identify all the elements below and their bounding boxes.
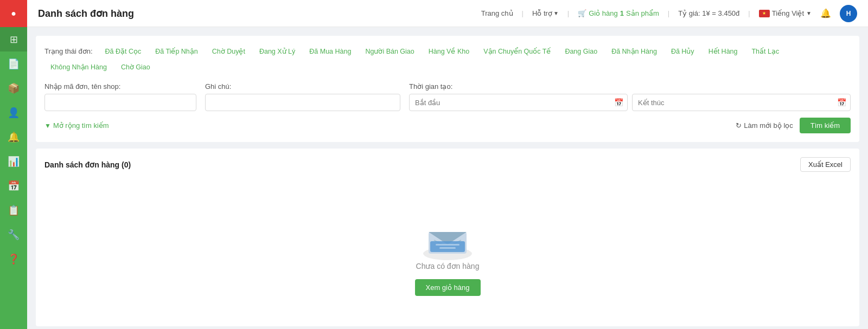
date-inputs: 📅 📅	[409, 94, 851, 111]
sidebar-item-settings[interactable]: 🔧	[0, 222, 27, 247]
sidebar-item-users[interactable]: 👤	[0, 100, 27, 125]
products-icon: 📦	[8, 82, 20, 94]
status-tab-dang-giao[interactable]: Đang Giao	[559, 45, 603, 58]
date-field-group: Thời gian tạo: 📅 📅	[409, 82, 851, 111]
calendar-icon: 📅	[8, 180, 20, 192]
sidebar-item-clipboard[interactable]: 📋	[0, 198, 27, 222]
reports-icon: 📊	[8, 156, 20, 167]
divider-3: |	[668, 9, 669, 17]
sidebar-item-products[interactable]: 📦	[0, 76, 27, 100]
date-label: Thời gian tạo:	[409, 82, 851, 91]
order-list-card: Danh sách đơn hàng (0) Xuất Excel	[36, 149, 859, 326]
status-label: Trạng thái đơn:	[44, 47, 93, 55]
svg-rect-5	[430, 241, 465, 252]
cart-info[interactable]: 🛒 Giỏ hàng 1 Sản phẩm	[578, 9, 659, 17]
header-right: Trang chủ | Hỗ trợ ▼ | 🛒 Giỏ hàng 1 Sản …	[481, 5, 857, 22]
order-list-title: Danh sách đơn hàng (0)	[44, 160, 131, 169]
status-tab-that-lac[interactable]: Thất Lạc	[745, 44, 785, 58]
flag-icon: ★	[759, 10, 770, 17]
expand-row: ▼ Mở rộng tìm kiếm ↻ Làm mới bộ lọc Tìm …	[44, 118, 851, 133]
refresh-icon: ↻	[736, 121, 742, 130]
expand-search-button[interactable]: ▼ Mở rộng tìm kiếm	[44, 121, 109, 130]
settings-icon: 🔧	[8, 229, 20, 241]
note-field-group: Ghi chú:	[205, 82, 400, 111]
trang-chu-link[interactable]: Trang chủ	[481, 9, 513, 17]
status-tab-van-chuyen-quoc-te[interactable]: Vận Chuyển Quốc Tế	[477, 44, 557, 58]
page-title: Danh sách đơn hàng	[38, 8, 134, 20]
filter-card: Trạng thái đơn: Đã Đặt Cọc Đã Tiếp Nhận …	[36, 36, 859, 142]
search-button[interactable]: Tìm kiếm	[800, 118, 851, 133]
chevron-down-icon: ▼	[44, 122, 51, 130]
note-label: Ghi chú:	[205, 82, 400, 91]
sidebar-item-dashboard[interactable]: ⊞	[0, 27, 27, 51]
ho-tro-link[interactable]: Hỗ trợ ▼	[532, 9, 559, 17]
san-pham-label: Sản phẩm	[626, 9, 659, 17]
calendar-end-icon: 📅	[837, 98, 846, 107]
status-tab-dat-coc[interactable]: Đã Đặt Cọc	[99, 44, 148, 58]
code-label: Nhập mã đơn, tên shop:	[44, 82, 196, 91]
avatar[interactable]: H	[840, 5, 857, 22]
status-tab-dang-xu-ly[interactable]: Đang Xử Lý	[253, 44, 301, 58]
view-cart-button[interactable]: Xem giỏ hàng	[415, 279, 481, 296]
divider-2: |	[567, 9, 569, 17]
calendar-start-icon: 📅	[614, 98, 623, 107]
sidebar-item-help[interactable]: ❓	[0, 247, 27, 271]
cart-count: 1	[620, 9, 624, 17]
divider-1: |	[522, 9, 524, 17]
notifications-icon: 🔔	[8, 131, 20, 143]
status-tab-cho-giao[interactable]: Chờ Giao	[115, 60, 156, 74]
dashboard-icon: ⊞	[10, 34, 18, 46]
expand-label: Mở rộng tìm kiếm	[53, 121, 109, 130]
date-end-wrap: 📅	[632, 94, 851, 111]
logo-icon: ●	[11, 9, 16, 18]
lang-label: Tiếng Việt	[772, 9, 804, 17]
sidebar-item-reports[interactable]: 📊	[0, 149, 27, 173]
date-start-wrap: 📅	[409, 94, 628, 111]
status-tab-tiep-nhan[interactable]: Đã Tiếp Nhận	[149, 44, 204, 58]
export-excel-button[interactable]: Xuất Excel	[800, 157, 851, 172]
ty-gia-info: Tỷ giá: 1¥ = 3.450đ	[678, 9, 739, 17]
status-tab-da-mua-hang[interactable]: Đã Mua Hàng	[303, 45, 357, 58]
chevron-down-icon: ▼	[553, 10, 559, 16]
svg-rect-6	[436, 244, 459, 246]
bell-icon[interactable]: 🔔	[820, 8, 831, 18]
clipboard-icon: 📋	[8, 204, 20, 216]
status-tab-cho-duyet[interactable]: Chờ Duyệt	[206, 44, 251, 58]
status-tab-khong-nhan-hang[interactable]: Không Nhận Hàng	[44, 60, 113, 74]
language-selector[interactable]: ★ Tiếng Việt ▼	[759, 9, 812, 17]
status-tabs: Trạng thái đơn: Đã Đặt Cọc Đã Tiếp Nhận …	[44, 44, 851, 74]
status-tab-het-hang[interactable]: Hết Hàng	[703, 44, 744, 58]
code-input[interactable]	[44, 94, 196, 111]
header: Danh sách đơn hàng Trang chủ | Hỗ trợ ▼ …	[27, 0, 868, 27]
svg-rect-7	[439, 247, 456, 249]
refresh-filter-button[interactable]: ↻ Làm mới bộ lọc	[736, 121, 793, 130]
sidebar: ● ⊞ 📄 📦 👤 🔔 📊 📅 📋 🔧 ❓	[0, 0, 27, 329]
main-area: Danh sách đơn hàng Trang chủ | Hỗ trợ ▼ …	[27, 0, 868, 329]
sidebar-logo: ●	[0, 0, 27, 27]
refresh-label: Làm mới bộ lọc	[744, 121, 793, 130]
status-tab-nguoi-ban-giao[interactable]: Người Bán Giao	[359, 44, 420, 58]
code-field-group: Nhập mã đơn, tên shop:	[44, 82, 196, 111]
status-tab-da-nhan-hang[interactable]: Đã Nhận Hàng	[605, 44, 663, 58]
users-icon: 👤	[8, 107, 20, 119]
sidebar-item-orders[interactable]: 📄	[0, 51, 27, 76]
date-end-input[interactable]	[632, 94, 851, 111]
date-start-input[interactable]	[409, 94, 628, 111]
lang-chevron-icon: ▼	[806, 10, 812, 16]
empty-state: Chưa có đơn hàng Xem giỏ hàng	[44, 180, 851, 318]
filter-actions: ↻ Làm mới bộ lọc Tìm kiếm	[736, 118, 851, 133]
cart-label: Giỏ hàng	[589, 9, 618, 17]
filter-form-row: Nhập mã đơn, tên shop: Ghi chú: Thời gia…	[44, 82, 851, 111]
note-input[interactable]	[205, 94, 400, 111]
sidebar-item-calendar[interactable]: 📅	[0, 173, 27, 198]
sidebar-item-notifications[interactable]: 🔔	[0, 125, 27, 149]
divider-4: |	[748, 9, 750, 17]
empty-text: Chưa có đơn hàng	[416, 262, 480, 270]
cart-icon: 🛒	[578, 9, 586, 17]
order-card-header: Danh sách đơn hàng (0) Xuất Excel	[44, 157, 851, 172]
help-icon: ❓	[8, 253, 20, 265]
status-tab-hang-ve-kho[interactable]: Hàng Về Kho	[423, 44, 475, 58]
content-area: Trạng thái đơn: Đã Đặt Cọc Đã Tiếp Nhận …	[27, 27, 868, 329]
orders-icon: 📄	[8, 58, 20, 70]
status-tab-da-huy[interactable]: Đã Hủy	[665, 44, 700, 58]
